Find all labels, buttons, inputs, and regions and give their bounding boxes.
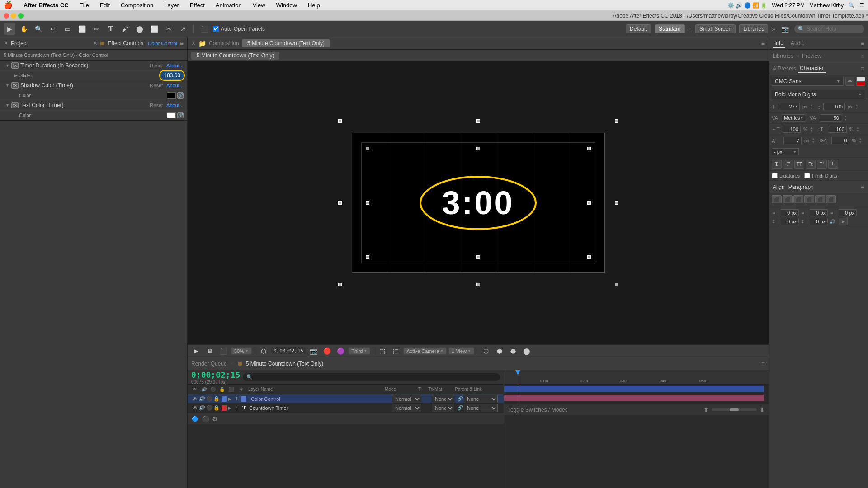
canvas-handle-br[interactable] — [587, 255, 591, 259]
kerning-dropdown[interactable]: Metrics ▼ — [782, 114, 805, 122]
leading-up[interactable]: ▲ — [855, 103, 859, 107]
workspace-default[interactable]: Default — [626, 24, 651, 33]
search-icon[interactable]: 🔍 — [848, 2, 855, 9]
layer2-mode-select[interactable]: Normal — [392, 404, 421, 412]
tool-screenshot[interactable]: 📷 — [779, 23, 791, 35]
effect-timer-triangle[interactable]: ▼ — [5, 63, 9, 68]
panel-menu-icon[interactable]: ≡ — [180, 40, 184, 47]
comp-close[interactable]: ✕ — [191, 40, 196, 47]
right-panel-menu2[interactable]: ≡ — [861, 52, 864, 60]
effect-shadow-swatch-dark[interactable] — [167, 92, 176, 99]
layer1-lock[interactable]: 🔒 — [213, 396, 220, 402]
tool-camera[interactable]: ↗ — [177, 23, 189, 35]
tool-rect[interactable]: ▭ — [61, 23, 73, 35]
timeline-comp-tab[interactable]: 5 Minute Countdown (Text Only) — [246, 361, 323, 367]
align-justify2[interactable]: ⬛ — [815, 195, 825, 203]
para-indent-input[interactable]: 0 px — [781, 209, 799, 216]
outer-handle-tl[interactable] — [338, 119, 342, 123]
workspace-standard[interactable]: Standard — [655, 24, 685, 33]
font-size-down[interactable]: ▼ — [810, 107, 813, 110]
views-dropdown[interactable]: 1 View ▼ — [448, 347, 474, 355]
tool-snap[interactable]: ⬛ — [198, 23, 210, 35]
timeline-add-comp[interactable]: 🔷 — [191, 415, 199, 422]
scale-v-down[interactable]: ▼ — [856, 129, 859, 132]
character-menu[interactable]: ≡ — [861, 65, 864, 72]
canvas-handle-tl[interactable] — [366, 147, 369, 150]
btn-bold-t[interactable]: T — [772, 160, 782, 169]
notification-icon[interactable]: ☰ — [859, 2, 864, 9]
para-indent2-input[interactable]: 0 px — [810, 209, 828, 216]
tool-pen[interactable]: ✏ — [90, 23, 102, 35]
tool-hand[interactable]: ✋ — [18, 23, 30, 35]
timeline-search[interactable]: 🔍 — [243, 373, 500, 381]
menu-layer[interactable]: Layer — [162, 2, 181, 9]
rotation-down[interactable]: ▼ — [859, 141, 862, 144]
ctrl-overlay3[interactable]: ⬣ — [507, 345, 519, 357]
effect-text-about[interactable]: About... — [166, 103, 184, 108]
effect-shadow-about[interactable]: About... — [166, 83, 184, 88]
outer-handle-br[interactable] — [615, 283, 618, 286]
tab-info[interactable]: Info — [773, 39, 785, 48]
layer2-triangle[interactable]: ▶ — [228, 406, 231, 410]
timeline-layer-1[interactable]: 👁 🔊 ⚫ 🔒 ▶ 1 Color Control Normal — [188, 394, 504, 404]
app-name[interactable]: After Effects CC — [22, 2, 71, 9]
baseline-input[interactable]: 7 — [783, 137, 802, 144]
menu-effect[interactable]: Effect — [188, 2, 207, 9]
effect-timer-about[interactable]: About... — [166, 63, 184, 68]
workspace-overflow[interactable]: » — [772, 25, 775, 33]
minimize-button[interactable] — [11, 13, 16, 19]
para-space2-input[interactable]: 0 px — [810, 218, 828, 225]
font-family-dropdown[interactable]: CMG Sans ▼ — [772, 77, 844, 86]
btn-italic-t[interactable]: T — [783, 160, 793, 169]
timeline-settings-icon[interactable]: ⚙ — [212, 415, 218, 422]
track-bar-layer1[interactable] — [504, 386, 764, 392]
rotation-up[interactable]: ▲ — [859, 137, 862, 141]
layer2-lock[interactable]: 🔒 — [213, 405, 220, 411]
playhead-line[interactable] — [518, 370, 518, 384]
font-edit-btn[interactable]: ✏ — [845, 77, 854, 86]
font-size-input[interactable]: 277 — [778, 103, 800, 110]
font-color-swatch1[interactable] — [856, 77, 865, 81]
scale-v-up[interactable]: ▲ — [856, 126, 859, 129]
menu-animation[interactable]: Animation — [214, 2, 244, 9]
ctrl-grid1[interactable]: ⬚ — [376, 345, 388, 357]
timeline-search-input[interactable] — [253, 375, 496, 380]
effect-timer-reset[interactable]: Reset — [150, 63, 163, 68]
layer2-trkmat-select[interactable]: None — [432, 404, 454, 412]
ctrl-overlay4[interactable]: ⬤ — [521, 345, 533, 357]
btn-smallcaps-t[interactable]: Tt — [806, 160, 816, 169]
btn-super-t[interactable]: T+ — [817, 160, 827, 169]
canvas-handle-bc[interactable] — [476, 255, 480, 259]
libraries-menu-icon[interactable]: ≡ — [796, 53, 799, 59]
layer2-eye[interactable]: 👁 — [191, 405, 198, 411]
rotation-input[interactable]: 0 — [831, 137, 849, 144]
rq-tab[interactable]: Render Queue — [191, 361, 227, 367]
camera-dropdown[interactable]: Active Camera ▼ — [403, 347, 447, 355]
baseline-up[interactable]: ▲ — [812, 137, 815, 141]
ctrl-overlay2[interactable]: ⬢ — [494, 345, 505, 357]
timeline-layer-2[interactable]: 👁 🔊 ⚫ 🔒 ▶ 2 T Countdown Timer Normal — [188, 404, 504, 413]
tool-puppet[interactable]: ✂ — [163, 23, 175, 35]
tab-character[interactable]: Character — [798, 64, 826, 73]
tool-eraser[interactable]: ⬜ — [148, 23, 160, 35]
baseline-down[interactable]: ▼ — [812, 141, 815, 144]
close-button[interactable] — [4, 13, 9, 19]
right-panel-menu[interactable]: ≡ — [861, 40, 864, 47]
scale-h-down[interactable]: ▼ — [810, 129, 813, 132]
timeline-play-icon[interactable]: ⬆ — [703, 406, 709, 413]
search-bar[interactable]: 🔍 — [794, 25, 864, 33]
tool-zoom[interactable]: 🔍 — [33, 23, 44, 35]
ctrl-pixel[interactable]: ⬛ — [217, 345, 229, 357]
tab-audio[interactable]: Audio — [789, 39, 807, 47]
menu-view[interactable]: View — [251, 2, 267, 9]
tool-stamp[interactable]: ⬤ — [134, 23, 146, 35]
timeline-down-icon[interactable]: ⬇ — [760, 406, 765, 413]
timeline-current-time[interactable]: 0;00;02;15 — [191, 370, 240, 380]
tool-paint[interactable]: 🖌 — [119, 23, 131, 35]
menu-help[interactable]: Help — [306, 2, 322, 9]
layer1-audio[interactable]: 🔊 — [198, 396, 206, 402]
outer-handle-mr[interactable] — [615, 201, 618, 205]
workspace-libraries[interactable]: Libraries — [739, 24, 768, 33]
canvas-handle-tr[interactable] — [587, 147, 591, 150]
effect-timer-value[interactable]: 183.00 — [160, 71, 184, 80]
